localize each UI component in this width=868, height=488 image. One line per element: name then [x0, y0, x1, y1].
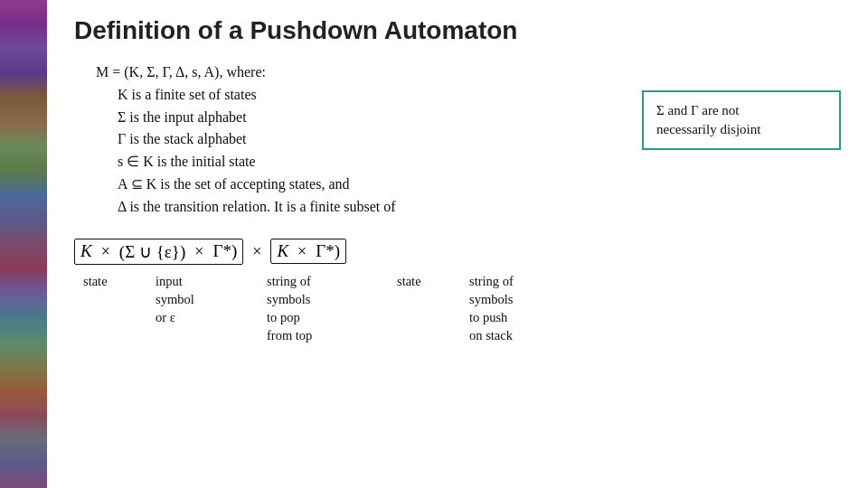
- label-state1-col: state: [83, 272, 139, 290]
- formula-times1: ×: [101, 242, 110, 261]
- formula-section: K × (Σ ∪ {ε}) × Γ*) × K × Γ*) stat: [74, 239, 841, 345]
- label-pop1: string of: [267, 272, 311, 290]
- formula-times2: ×: [194, 242, 203, 261]
- label-push2: symbols: [469, 290, 513, 308]
- label-state2: state: [397, 272, 421, 290]
- label-input-sub2: or ε: [156, 308, 175, 326]
- formula-row: K × (Σ ∪ {ε}) × Γ*) × K × Γ*): [74, 239, 569, 265]
- label-pop-col: string of symbols to pop from top: [267, 272, 366, 345]
- label-push4: on stack: [469, 326, 513, 344]
- label-push3: to push: [469, 308, 507, 326]
- label-state1: state: [83, 272, 108, 290]
- formula-k1: K: [80, 241, 92, 261]
- label-input: input: [156, 272, 183, 290]
- callout-line1: Σ and Γ are not: [656, 103, 740, 117]
- callout-box: Σ and Γ are not necessarily disjoint: [642, 90, 841, 150]
- label-state2-col: state: [397, 272, 451, 290]
- callout-line2: necessarily disjoint: [656, 122, 760, 136]
- labels-row: state input symbol or ε string of symbol…: [74, 272, 569, 345]
- formula-times3: ×: [252, 242, 261, 261]
- page-title: Definition of a Pushdown Automaton: [74, 16, 841, 45]
- def-line6: A ⊆ K is the set of accepting states, an…: [74, 174, 841, 196]
- formula-times4: ×: [297, 242, 307, 261]
- label-push-col: string of symbols to push on stack: [469, 272, 569, 345]
- definition-block: Σ and Γ are not necessarily disjoint M =…: [74, 61, 841, 219]
- label-input-col: input symbol or ε: [156, 272, 259, 327]
- formula-k2: K: [277, 241, 288, 261]
- formula-gamma2: Γ*): [316, 241, 340, 261]
- label-input-sub1: symbol: [156, 290, 194, 308]
- def-line1: M = (K, Σ, Γ, Δ, s, A), where:: [74, 61, 841, 84]
- formula-inner: (Σ ∪ {ε}): [119, 241, 185, 262]
- formula-left-group: K × (Σ ∪ {ε}) × Γ*): [74, 239, 243, 265]
- label-pop2: symbols: [267, 290, 310, 308]
- formula-gamma1: Γ*): [212, 241, 237, 261]
- label-pop4: from top: [267, 326, 312, 344]
- def-line7: Δ is the transition relation. It is a fi…: [74, 196, 841, 219]
- left-decoration: [0, 0, 47, 488]
- def-line5: s ∈ K is the initial state: [74, 151, 841, 174]
- main-content: Definition of a Pushdown Automaton Σ and…: [47, 0, 868, 488]
- label-push1: string of: [469, 272, 514, 290]
- label-pop3: to pop: [267, 308, 300, 326]
- formula-right-group: K × Γ*): [270, 239, 346, 264]
